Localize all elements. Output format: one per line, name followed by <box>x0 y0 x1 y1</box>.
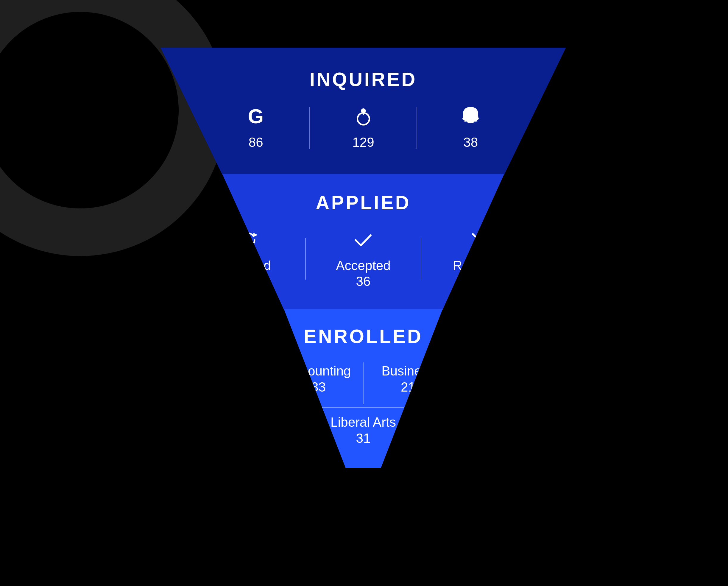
tier-enrolled: ENROLLED Accounting 33 Business 21 Liber… <box>143 309 583 468</box>
svg-rect-9 <box>567 406 588 429</box>
svg-point-13 <box>564 382 571 387</box>
applied-accepted-item: Accepted 36 <box>306 229 420 289</box>
accounting-value: 33 <box>311 380 326 394</box>
person-photo <box>476 289 679 492</box>
initiated-label: Initiated <box>225 257 271 274</box>
inquired-snapchat-item: 38 <box>417 105 524 151</box>
enrolled-top-row: Accounting 33 Business 21 <box>274 362 452 404</box>
snapchat-value: 38 <box>463 134 478 151</box>
rejected-value: 49 <box>471 274 486 289</box>
inquired-google-item: G 86 <box>203 105 309 151</box>
liberal-arts-label: Liberal Arts <box>331 414 396 431</box>
svg-text:G: G <box>248 105 263 127</box>
google-icon: G <box>245 105 267 128</box>
applied-initiated-item: Initiated 85 <box>190 229 305 289</box>
applied-content: Initiated 85 Accepted 36 Rejected <box>190 229 536 289</box>
orbit-icon <box>352 105 374 128</box>
svg-rect-18 <box>596 447 604 453</box>
orbit-value: 129 <box>352 134 374 151</box>
svg-marker-4 <box>253 233 258 237</box>
applied-rejected-item: Rejected 49 <box>421 229 536 289</box>
svg-rect-17 <box>531 456 630 492</box>
svg-point-8 <box>512 403 643 492</box>
inquired-title: INQUIRED <box>310 69 417 91</box>
enrolled-accounting-item: Accounting 33 <box>274 362 363 394</box>
svg-rect-15 <box>524 450 637 492</box>
liberal-arts-value: 31 <box>356 431 371 446</box>
svg-line-5 <box>473 234 485 246</box>
enrolled-bottom-row: Liberal Arts 31 <box>274 407 452 445</box>
accepted-label: Accepted <box>336 257 390 274</box>
inquired-orbit-item: 129 <box>310 105 417 151</box>
inquired-content: G 86 129 38 <box>203 105 524 151</box>
svg-point-10 <box>551 417 604 441</box>
google-value: 86 <box>249 134 263 151</box>
accepted-value: 36 <box>356 274 371 289</box>
person-illustration <box>476 289 679 492</box>
svg-rect-16 <box>528 455 633 492</box>
check-icon <box>352 229 374 251</box>
svg-point-7 <box>476 289 679 492</box>
tier-applied: APPLIED Initiated 85 Accepted 36 <box>143 174 583 310</box>
enrolled-content: Accounting 33 Business 21 Liberal Arts 3… <box>179 362 548 445</box>
business-label: Business <box>382 362 435 379</box>
svg-point-2 <box>361 108 366 113</box>
x-icon <box>467 229 490 251</box>
svg-rect-11 <box>551 421 604 438</box>
applied-title: APPLIED <box>316 192 411 214</box>
svg-point-12 <box>543 349 612 426</box>
snapchat-icon <box>460 105 482 128</box>
enrolled-business-item: Business 21 <box>364 362 452 394</box>
rejected-label: Rejected <box>452 257 504 274</box>
refresh-icon <box>237 229 259 251</box>
svg-point-14 <box>584 382 592 387</box>
enrolled-title: ENROLLED <box>304 326 423 348</box>
accounting-label: Accounting <box>286 362 351 379</box>
initiated-value: 85 <box>240 274 255 289</box>
business-value: 21 <box>401 380 415 394</box>
funnel-chart: INQUIRED G 86 129 <box>143 48 583 468</box>
tier-inquired: INQUIRED G 86 129 <box>143 48 583 175</box>
